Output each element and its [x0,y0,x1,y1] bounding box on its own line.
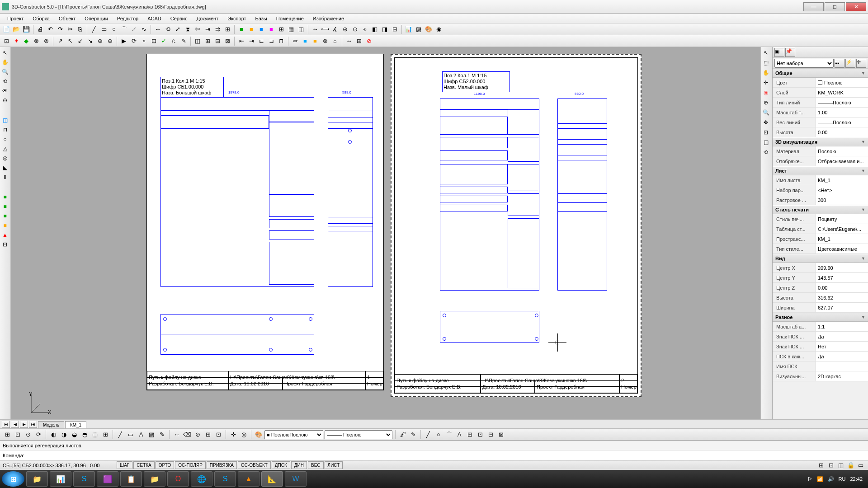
rt-fit-icon[interactable]: ⊡ [762,128,770,136]
layer1-icon[interactable]: ■ [237,25,246,34]
menu-editor[interactable]: Редактор [113,15,142,22]
tray-vol-icon[interactable]: 🔊 [828,476,834,482]
bb-10-icon[interactable]: ⊞ [101,430,110,439]
dim7-icon[interactable]: ◧ [370,25,379,34]
layer-select[interactable]: ■ ПослоюПослою [264,430,323,439]
lt-view-icon[interactable]: 👁 [1,87,9,95]
array-icon[interactable]: ⊞ [223,25,232,34]
t2-18-icon[interactable]: ✎ [179,37,188,46]
bb-d5-icon[interactable]: ⊞ [465,430,474,439]
bb-palette-icon[interactable]: 🎨 [254,430,263,439]
rt-select-icon[interactable]: ⬚ [762,59,770,67]
scale-icon[interactable]: ⤢ [173,25,182,34]
bb-hatch-icon[interactable]: ▨ [147,430,156,439]
offset-icon[interactable]: ⇉ [213,25,222,34]
lt-g1-icon[interactable]: ■ [1,193,9,201]
undo-icon[interactable]: ↶ [46,25,55,34]
rt-pan-icon[interactable]: ✥ [762,118,770,127]
status-i4-icon[interactable]: 🔒 [846,461,855,470]
menu-db[interactable]: Базы [252,15,271,22]
table-icon[interactable]: ▦ [287,25,296,34]
prop-pick-icon[interactable]: ✛ [856,59,866,68]
bb-d4-icon[interactable]: A [455,430,464,439]
tab-prev-icon[interactable]: ◀ [11,421,19,428]
grid-icon[interactable]: ⊞ [277,25,286,34]
bb-4-icon[interactable]: ⟳ [34,430,43,439]
lt-g3-icon[interactable]: ■ [1,212,9,220]
bb-m2-icon[interactable]: ⊡ [214,430,223,439]
task-3dc-icon[interactable]: 📐 [261,471,283,487]
dim1-icon[interactable]: ↔ [311,25,320,34]
t2-14-icon[interactable]: ⌖ [139,37,148,46]
menu-operations[interactable]: Операции [81,15,111,22]
task-opera-icon[interactable]: O [167,471,189,487]
prop-quick-icon[interactable]: ⚡ [845,59,855,68]
menu-project[interactable]: Проект [4,15,27,22]
t2-13-icon[interactable]: ⟳ [129,37,138,46]
linetype-select[interactable]: ——— Послою [325,430,392,439]
lt-cone-icon[interactable]: △ [1,145,9,153]
trim-icon[interactable]: ✄ [193,25,202,34]
color-icon[interactable]: 🎨 [424,25,433,34]
bb-9-icon[interactable]: ⬚ [90,430,99,439]
status-i2-icon[interactable]: ⊡ [826,461,835,470]
task-sheets-icon[interactable]: 📊 [50,471,71,487]
lt-g4-icon[interactable]: ■ [1,221,9,230]
cut-icon[interactable]: ✂ [66,25,75,34]
t2-16-icon[interactable]: ✓ [159,37,168,46]
snap-ducs[interactable]: ДПСК [272,461,290,469]
bb-8-icon[interactable]: ◓ [80,430,89,439]
t2-33-icon[interactable]: ↔ [344,37,354,46]
tray-flag-icon[interactable]: 🏳 [807,476,812,482]
bb-text-icon[interactable]: A [137,430,146,439]
extend-icon[interactable]: ⇥ [203,25,212,34]
t2-26-icon[interactable]: ⊐ [267,37,276,46]
t2-35-icon[interactable]: ⊘ [364,37,373,46]
t2-7-icon[interactable]: ↖ [66,37,75,46]
tray-lang[interactable]: RU [839,476,846,482]
tray-time[interactable]: 22:42 [850,476,863,482]
dim6-icon[interactable]: ⟐ [360,25,369,34]
t2-29-icon[interactable]: ■ [301,37,310,46]
t2-4-icon[interactable]: ⊛ [32,37,41,46]
rect-icon[interactable]: ▭ [99,25,108,34]
bb-c1-icon[interactable]: 🖊 [398,430,407,439]
bb-cross-icon[interactable]: ✛ [229,430,238,439]
lt-sphere-icon[interactable]: ○ [1,135,9,143]
t2-6-icon[interactable]: ↗ [56,37,65,46]
lt-6-icon[interactable]: ⊙ [1,96,9,104]
task-skype2-icon[interactable]: S [214,471,236,487]
rt-compass-icon[interactable]: ⊕ [762,99,770,107]
bb-5-icon[interactable]: ◐ [49,430,58,439]
snap-polar[interactable]: ОС-ПОЛЯР [175,461,206,469]
polyline-icon[interactable]: ⟋ [129,25,138,34]
close-button[interactable]: ✕ [846,2,866,11]
lt-box-icon[interactable]: ◫ [1,116,9,124]
t2-27-icon[interactable]: ⊓ [277,37,286,46]
t2-21-icon[interactable]: ⊟ [213,37,222,46]
section-general[interactable]: Общие▼ [773,69,868,78]
t2-30-icon[interactable]: ■ [311,37,320,46]
tray-net-icon[interactable]: 📶 [817,476,823,482]
bb-break-icon[interactable]: ⊘ [193,430,202,439]
maximize-button[interactable]: □ [825,2,845,11]
copy-icon[interactable]: ⎘ [75,25,85,34]
line-icon[interactable]: ╱ [90,25,99,34]
t2-12-icon[interactable]: ▶ [119,37,128,46]
t2-31-icon[interactable]: ⊛ [321,37,330,46]
task-app1-icon[interactable]: 🟪 [97,471,118,487]
section-sheet[interactable]: Лист▼ [773,166,868,175]
t2-8-icon[interactable]: ↙ [75,37,85,46]
bb-d8-icon[interactable]: ⊠ [496,430,505,439]
section-misc[interactable]: Разное▼ [773,313,868,322]
lt-select-icon[interactable]: ↖ [1,49,9,57]
minimize-button[interactable]: — [803,2,824,11]
lt-zoom-icon[interactable]: 🔍 [1,68,9,76]
bb-1-icon[interactable]: ⊞ [3,430,12,439]
dim8-icon[interactable]: ◨ [380,25,389,34]
lt-g5-icon[interactable]: ▲ [1,231,9,239]
print-icon[interactable]: 🖨 [36,25,45,34]
prop-filter-icon[interactable]: ⚏ [835,59,844,68]
t2-3-icon[interactable]: ◆ [22,37,31,46]
bb-d7-icon[interactable]: ⊟ [486,430,495,439]
